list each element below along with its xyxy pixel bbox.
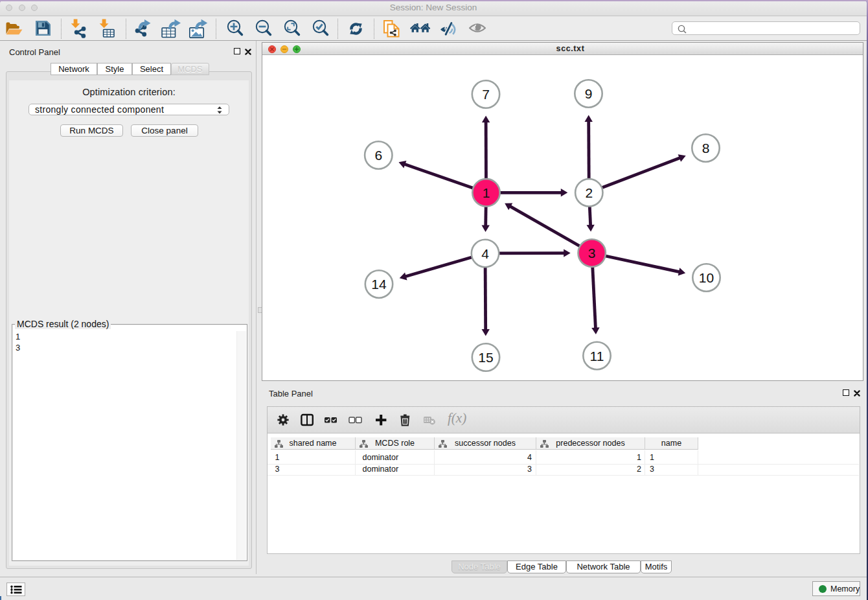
svg-text:6: 6 xyxy=(374,148,382,163)
svg-text:7: 7 xyxy=(482,87,490,102)
svg-text:14: 14 xyxy=(371,277,387,292)
svg-text:11: 11 xyxy=(590,349,604,363)
svg-text:4: 4 xyxy=(481,246,489,261)
svg-text:2: 2 xyxy=(585,185,593,200)
svg-text:8: 8 xyxy=(702,141,710,156)
svg-text:10: 10 xyxy=(699,270,714,285)
svg-text:3: 3 xyxy=(588,246,596,260)
svg-text:1: 1 xyxy=(483,185,490,200)
svg-text:9: 9 xyxy=(585,86,593,101)
svg-text:15: 15 xyxy=(478,350,493,365)
